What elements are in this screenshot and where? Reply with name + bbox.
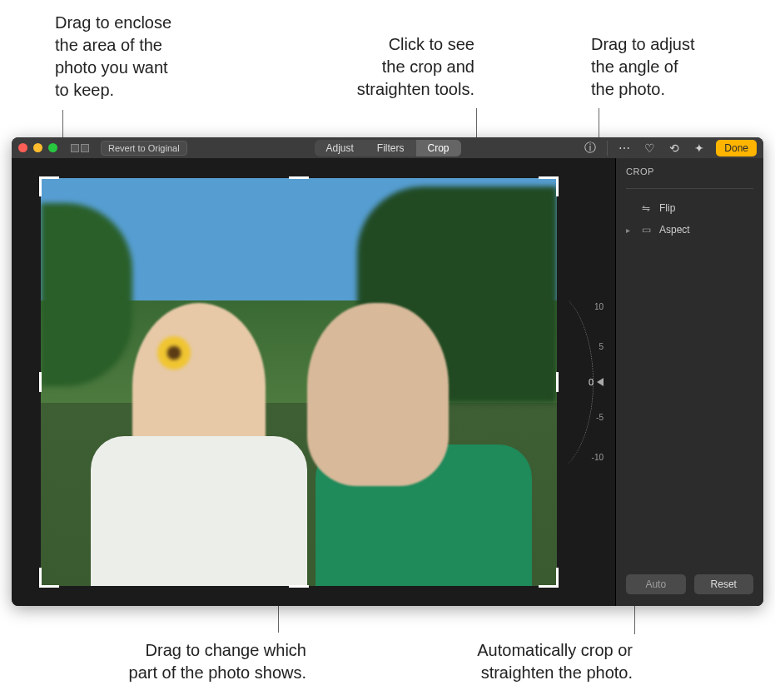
dial-zero-label: 0 — [589, 377, 594, 387]
dial-zero-indicator: 0 — [589, 377, 604, 387]
sidebar-divider — [626, 188, 753, 189]
tab-adjust[interactable]: Adjust — [314, 140, 365, 156]
crop-sidebar: CROP ⇋ Flip ▸ ▭ Aspect Auto Reset — [615, 158, 763, 606]
callout-crop-enclose: Drag to enclose the area of the photo yo… — [55, 12, 171, 102]
dial-tick-minus5: -5 — [596, 413, 604, 422]
info-button[interactable]: ⓘ — [582, 140, 599, 156]
callout-text: Drag to adjust the angle of the photo. — [591, 35, 695, 98]
photos-edit-window: Revert to Original Adjust Filters Crop ⓘ… — [12, 137, 763, 606]
titlebar-right-group: ⓘ ⋯ ♡ ⟲ ✦ Done — [582, 140, 757, 156]
callout-text: Click to see the crop and straighten too… — [357, 35, 474, 98]
ellipsis-icon: ⋯ — [619, 141, 630, 155]
close-window-button[interactable] — [18, 143, 27, 152]
compare-after-icon — [81, 144, 89, 152]
auto-crop-button[interactable]: Auto — [626, 574, 686, 594]
rotate-icon: ⟲ — [669, 141, 679, 155]
compare-before-icon — [71, 144, 79, 152]
titlebar-divider — [607, 141, 608, 156]
aspect-label: Aspect — [659, 224, 690, 236]
tab-filters[interactable]: Filters — [365, 140, 416, 156]
photo-canvas-area: 10 5 0 -5 -10 — [12, 158, 615, 606]
crop-handle-top-right[interactable] — [539, 176, 559, 196]
photo-bg-shape — [41, 203, 132, 386]
photo-bg-shape — [91, 436, 307, 586]
callout-auto: Automatically crop or straighten the pho… — [433, 639, 633, 684]
photo-content[interactable] — [41, 178, 557, 586]
more-button[interactable]: ⋯ — [616, 140, 633, 156]
done-button[interactable]: Done — [716, 140, 757, 156]
chevron-right-icon: ▸ — [626, 226, 633, 235]
crop-handle-top[interactable] — [289, 176, 309, 179]
compare-toggle[interactable] — [71, 144, 89, 152]
callout-click-crop: Click to see the crop and straighten too… — [300, 33, 474, 101]
edit-mode-segmented: Adjust Filters Crop — [314, 140, 460, 156]
rotate-button[interactable]: ⟲ — [666, 140, 683, 156]
window-titlebar: Revert to Original Adjust Filters Crop ⓘ… — [12, 137, 763, 158]
flip-row[interactable]: ⇋ Flip — [626, 197, 753, 219]
wand-icon: ✦ — [694, 141, 704, 155]
straighten-angle-dial[interactable]: 10 5 0 -5 -10 — [570, 290, 604, 474]
crop-handle-bottom-right[interactable] — [539, 568, 559, 588]
minimize-window-button[interactable] — [33, 143, 42, 152]
sidebar-title: CROP — [626, 166, 753, 176]
favorite-button[interactable]: ♡ — [641, 140, 658, 156]
flip-label: Flip — [659, 202, 675, 214]
callout-text: Drag to enclose the area of the photo yo… — [55, 13, 171, 99]
zoom-window-button[interactable] — [48, 143, 57, 152]
info-icon: ⓘ — [584, 141, 596, 156]
heart-icon: ♡ — [644, 141, 655, 155]
dial-tick-minus10: -10 — [592, 453, 604, 462]
crop-frame[interactable] — [41, 178, 557, 586]
tab-crop[interactable]: Crop — [416, 140, 461, 156]
flip-icon: ⇋ — [639, 201, 653, 215]
callout-text: Drag to change which part of the photo s… — [129, 641, 306, 682]
callout-angle: Drag to adjust the angle of the photo. — [591, 33, 695, 101]
callout-drag-photo: Drag to change which part of the photo s… — [107, 639, 306, 684]
dial-tick-plus5: 5 — [599, 342, 604, 351]
reset-crop-button[interactable]: Reset — [694, 574, 754, 594]
sidebar-bottom-buttons: Auto Reset — [626, 574, 753, 598]
crop-handle-left[interactable] — [39, 372, 42, 392]
dial-tick-plus10: 10 — [594, 302, 604, 311]
editor-body: 10 5 0 -5 -10 CROP ⇋ Flip ▸ ▭ — [12, 158, 763, 606]
revert-to-original-button[interactable]: Revert to Original — [101, 141, 187, 156]
crop-handle-bottom[interactable] — [289, 585, 309, 588]
aspect-row[interactable]: ▸ ▭ Aspect — [626, 219, 753, 241]
dial-pointer-icon — [597, 378, 604, 386]
crop-handle-right[interactable] — [556, 372, 559, 392]
photo-bg-shape — [315, 444, 532, 586]
traffic-lights — [18, 143, 57, 152]
photo-bg-shape — [357, 186, 557, 403]
crop-handle-bottom-left[interactable] — [39, 568, 59, 588]
photo-bg-shape — [157, 336, 191, 370]
aspect-icon: ▭ — [639, 223, 653, 236]
auto-enhance-button[interactable]: ✦ — [691, 140, 708, 156]
crop-handle-top-left[interactable] — [39, 176, 59, 196]
callout-text: Automatically crop or straighten the pho… — [477, 641, 633, 682]
